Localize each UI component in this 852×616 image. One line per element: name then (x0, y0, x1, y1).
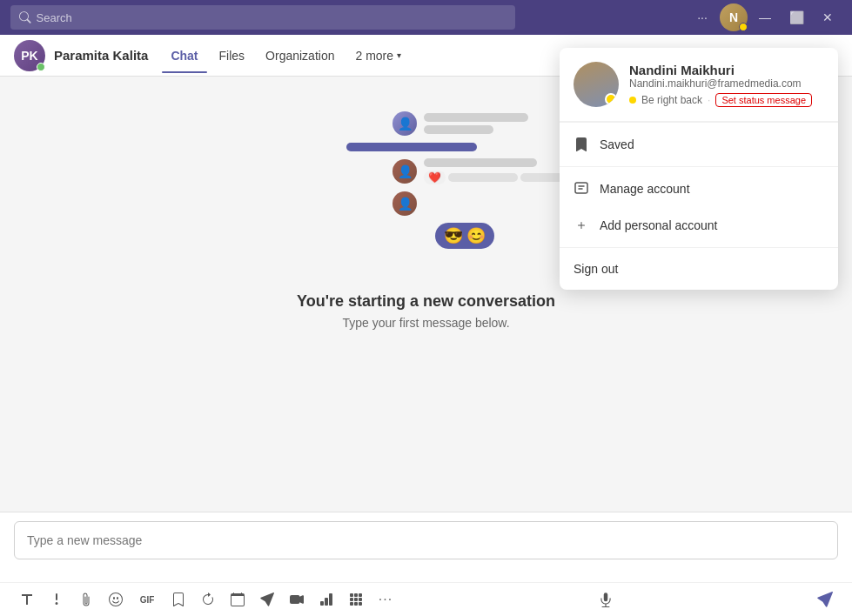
msg-row-1: 👤 (392, 111, 528, 136)
titlebar: ··· N — ⬜ ✕ (0, 0, 852, 35)
meet-icon (290, 593, 304, 606)
send-later-icon (260, 593, 274, 606)
loop-icon (201, 593, 215, 606)
msg-row-4: 👤 (392, 191, 417, 216)
bubble-3c (520, 173, 564, 182)
schedule-button[interactable] (225, 586, 251, 613)
bubble-3b (448, 173, 518, 182)
bubble-1a (424, 113, 528, 122)
dropdown-status-dot (605, 93, 617, 105)
tab-more[interactable]: 2 more ▾ (346, 45, 410, 66)
contact-name: Paramita Kalita (54, 48, 148, 63)
add-personal-icon (574, 218, 589, 233)
sign-out-item[interactable]: Sign out (560, 251, 838, 286)
conversation-subtitle: Type your first message below. (297, 316, 555, 330)
attach-icon (79, 593, 93, 606)
bubble-3a (424, 158, 537, 167)
emoji-row: 😎 😊 (435, 223, 494, 249)
tab-organization[interactable]: Organization (257, 45, 343, 66)
avatar-3: 👤 (392, 159, 417, 184)
audio-button[interactable] (593, 586, 619, 613)
meet-button[interactable] (284, 586, 310, 613)
msg-row-2 (346, 143, 477, 151)
tab-chat[interactable]: Chat (162, 45, 206, 66)
message-input[interactable] (14, 521, 838, 559)
titlebar-actions: ··· N — ⬜ ✕ (688, 3, 842, 31)
dropdown-status-row: Be right back · Set status message (629, 93, 824, 107)
status-yellow-dot (629, 97, 636, 104)
manage-account-item[interactable]: Manage account (560, 171, 838, 207)
add-personal-label: Add personal account (600, 218, 717, 232)
chevron-down-icon: ▾ (397, 50, 401, 60)
apps-button[interactable] (343, 586, 369, 613)
sticker-button[interactable] (165, 586, 191, 613)
loop-button[interactable] (195, 586, 221, 613)
avatar-status-indicator (739, 23, 748, 31)
dropdown-panel: Nandini Maikhuri Nandini.maikhuri@framed… (560, 48, 838, 290)
add-personal-item[interactable]: Add personal account (560, 207, 838, 244)
format-icon (20, 593, 34, 606)
send-button[interactable] (812, 586, 838, 613)
avatar-4: 👤 (392, 191, 417, 216)
more-options-button[interactable]: ··· (688, 5, 716, 30)
sign-out-label: Sign out (574, 262, 618, 276)
close-button[interactable]: ✕ (814, 5, 842, 30)
more-toolbar-button[interactable]: ··· (372, 586, 399, 613)
avatar-1: 👤 (392, 111, 417, 136)
new-conversation: You're starting a new conversation Type … (297, 292, 555, 330)
bubble-2a (346, 143, 477, 151)
search-input[interactable] (37, 11, 507, 24)
search-icon (19, 11, 31, 23)
emoji-icon (109, 593, 123, 606)
sticker-icon (171, 593, 185, 606)
attach-button[interactable] (73, 586, 99, 613)
message-toolbar: GIF ··· (0, 582, 852, 616)
important-button[interactable] (44, 586, 70, 613)
dropdown-user-name: Nandini Maikhuri (629, 63, 824, 77)
send-later-button[interactable] (254, 586, 280, 613)
tab-files[interactable]: Files (211, 45, 254, 66)
status-text: Be right back (641, 94, 702, 106)
manage-account-label: Manage account (600, 182, 690, 196)
apps-icon (349, 593, 363, 606)
contact-status-dot (37, 63, 45, 71)
bookmark-icon (574, 137, 589, 152)
conversation-title: You're starting a new conversation (297, 292, 555, 311)
send-icon (817, 592, 833, 607)
gif-button[interactable]: GIF (132, 586, 162, 613)
dropdown-section-3: Sign out (560, 248, 838, 290)
dropdown-user-email: Nandini.maikhuri@framedmedia.com (629, 77, 824, 90)
important-icon (50, 593, 64, 606)
saved-label: Saved (600, 137, 634, 151)
format-button[interactable] (14, 586, 40, 613)
emoji-button[interactable] (103, 586, 129, 613)
schedule-icon (231, 593, 245, 606)
message-input-box (0, 512, 852, 582)
poll-icon (319, 593, 333, 606)
set-status-button[interactable]: Set status message (715, 93, 812, 107)
poll-button[interactable] (313, 586, 339, 613)
msg-row-3: 👤 ❤️ (392, 158, 564, 184)
dropdown-section-2: Manage account Add personal account (560, 167, 838, 247)
contact-info: PK Paramita Kalita (14, 40, 148, 71)
restore-button[interactable]: ⬜ (782, 5, 810, 30)
bubble-1b (424, 125, 493, 134)
minimize-button[interactable]: — (751, 5, 779, 30)
dropdown-avatar (574, 62, 619, 107)
nav-tabs: Chat Files Organization 2 more ▾ (162, 45, 410, 66)
avatar-wrapper: N (720, 3, 748, 31)
audio-icon (598, 592, 614, 607)
saved-item[interactable]: Saved (560, 126, 838, 163)
message-area: GIF ··· (0, 512, 852, 616)
dropdown-user-info: Nandini Maikhuri Nandini.maikhuri@framed… (629, 63, 824, 107)
contact-avatar: PK (14, 40, 45, 71)
svg-rect-0 (575, 183, 587, 193)
chat-illustration: 👤 👤 ❤️ 👤 (288, 111, 564, 249)
search-bar[interactable] (10, 5, 515, 30)
manage-account-icon (574, 181, 589, 197)
dropdown-header: Nandini Maikhuri Nandini.maikhuri@framed… (560, 48, 838, 122)
dropdown-section-1: Saved (560, 123, 838, 166)
